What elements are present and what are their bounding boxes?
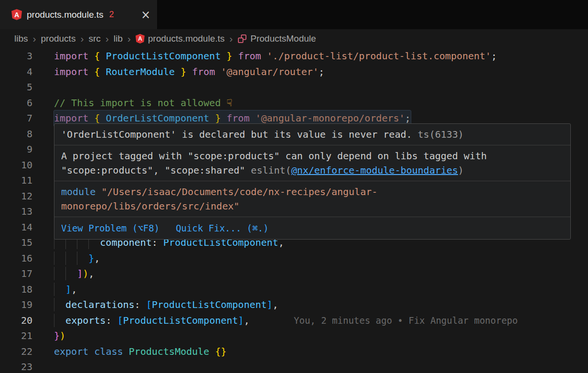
line-number[interactable]: 4 bbox=[0, 64, 32, 80]
line-number[interactable]: 23 bbox=[0, 359, 32, 373]
breadcrumb-item-lib[interactable]: lib bbox=[114, 33, 123, 44]
breadcrumb-separator: › bbox=[106, 33, 109, 44]
code-line-18[interactable]: 18 ], bbox=[0, 282, 588, 297]
breadcrumb-item-src[interactable]: src bbox=[88, 33, 100, 44]
tab-title: products.module.ts bbox=[27, 10, 104, 20]
breadcrumb-label: src bbox=[88, 33, 100, 44]
code-line-3[interactable]: 3import { ProductListComponent } from '.… bbox=[0, 48, 588, 64]
code-line-6[interactable]: 6// This import is not allowed ☟ bbox=[0, 95, 588, 111]
breadcrumb-label: products.module.ts bbox=[148, 33, 225, 44]
tab-bar: A products.module.ts 2 × bbox=[0, 0, 588, 29]
breadcrumb-item-libs[interactable]: libs bbox=[14, 33, 28, 44]
line-number[interactable]: 12 bbox=[0, 188, 32, 204]
tab-products-module-ts[interactable]: A products.module.ts 2 × bbox=[0, 0, 158, 29]
line-number[interactable]: 21 bbox=[0, 328, 32, 344]
breadcrumb-item-products-module-ts[interactable]: Aproducts.module.ts bbox=[136, 33, 225, 44]
hover-statusbar: View Problem (⌥F8) Quick Fix... (⌘.) bbox=[54, 217, 570, 239]
line-number[interactable]: 9 bbox=[0, 142, 32, 157]
angular-icon: A bbox=[11, 9, 22, 20]
quick-fix-link[interactable]: Quick Fix... (⌘.) bbox=[176, 221, 268, 235]
line-number[interactable]: 6 bbox=[0, 95, 32, 111]
tab-problems-count: 2 bbox=[109, 10, 114, 20]
angular-icon: A bbox=[136, 34, 145, 44]
line-number[interactable]: 17 bbox=[0, 266, 32, 282]
code-text: import { ProductListComponent } from './… bbox=[54, 48, 497, 64]
code-line-5[interactable]: 5 bbox=[0, 79, 588, 95]
eslint-rule-link[interactable]: @nx/enforce-module-boundaries bbox=[291, 165, 458, 176]
breadcrumb-label: libs bbox=[14, 33, 28, 44]
line-number[interactable]: 3 bbox=[0, 48, 32, 64]
line-number[interactable]: 15 bbox=[0, 235, 32, 251]
line-number[interactable]: 16 bbox=[0, 251, 32, 266]
breadcrumb: libs›products›src›lib›Aproducts.module.t… bbox=[0, 29, 588, 48]
code-text: import { RouterModule } from '@angular/r… bbox=[54, 64, 324, 80]
code-text: export class ProductsModule {} bbox=[54, 344, 226, 360]
code-text: ]), bbox=[54, 266, 94, 282]
line-number[interactable]: 11 bbox=[0, 173, 32, 188]
line-number[interactable]: 22 bbox=[0, 344, 32, 360]
breadcrumb-separator: › bbox=[229, 33, 233, 44]
breadcrumb-separator: › bbox=[80, 33, 84, 44]
class-symbol-icon bbox=[237, 34, 247, 44]
breadcrumb-label: lib bbox=[114, 33, 123, 44]
line-number[interactable]: 5 bbox=[0, 79, 32, 95]
line-number[interactable]: 7 bbox=[0, 110, 32, 126]
code-text: declarations: [ProductListComponent], bbox=[54, 297, 278, 313]
line-number[interactable]: 18 bbox=[0, 282, 32, 297]
breadcrumb-separator: › bbox=[128, 33, 131, 44]
code-line-21[interactable]: 21}) bbox=[0, 328, 588, 344]
close-icon[interactable]: × bbox=[141, 9, 150, 21]
view-problem-link[interactable]: View Problem (⌥F8) bbox=[61, 221, 160, 235]
breadcrumb-label: ProductsModule bbox=[250, 33, 316, 44]
line-number[interactable]: 13 bbox=[0, 204, 32, 219]
code-text: }, bbox=[54, 251, 100, 266]
code-line-19[interactable]: 19 declarations: [ProductListComponent], bbox=[0, 297, 588, 313]
line-number[interactable]: 10 bbox=[0, 157, 32, 173]
code-line-16[interactable]: 16 }, bbox=[0, 251, 588, 266]
line-number[interactable]: 8 bbox=[0, 126, 32, 142]
line-number[interactable]: 19 bbox=[0, 297, 32, 313]
code-line-22[interactable]: 22export class ProductsModule {} bbox=[0, 344, 588, 360]
line-number[interactable]: 20 bbox=[0, 313, 32, 329]
code-text: // This import is not allowed ☟ bbox=[54, 95, 232, 111]
breadcrumb-separator: › bbox=[33, 33, 36, 44]
line-number[interactable]: 14 bbox=[0, 219, 32, 235]
code-line-23[interactable]: 23 bbox=[0, 359, 588, 373]
breadcrumb-item-products[interactable]: products bbox=[41, 33, 76, 44]
hover-widget: 'OrderListComponent' is declared but its… bbox=[54, 123, 571, 240]
breadcrumb-label: products bbox=[41, 33, 76, 44]
code-text: ], bbox=[54, 282, 77, 297]
code-text: exports: [ProductListComponent], bbox=[54, 313, 249, 329]
code-line-20[interactable]: 20 exports: [ProductListComponent],You, … bbox=[0, 313, 588, 329]
code-text: }) bbox=[54, 328, 65, 344]
hover-message-unused: 'OrderListComponent' is declared but its… bbox=[54, 124, 570, 145]
hover-message-eslint: A project tagged with "scope:products" c… bbox=[54, 145, 570, 181]
hover-message-module: module "/Users/isaac/Documents/code/nx-r… bbox=[54, 181, 570, 217]
code-line-17[interactable]: 17 ]), bbox=[0, 266, 588, 282]
code-line-4[interactable]: 4import { RouterModule } from '@angular/… bbox=[0, 64, 588, 80]
git-blame-annotation: You, 2 minutes ago • Fix Angular monorep… bbox=[294, 313, 518, 329]
breadcrumb-item-productsmodule[interactable]: ProductsModule bbox=[237, 33, 316, 44]
